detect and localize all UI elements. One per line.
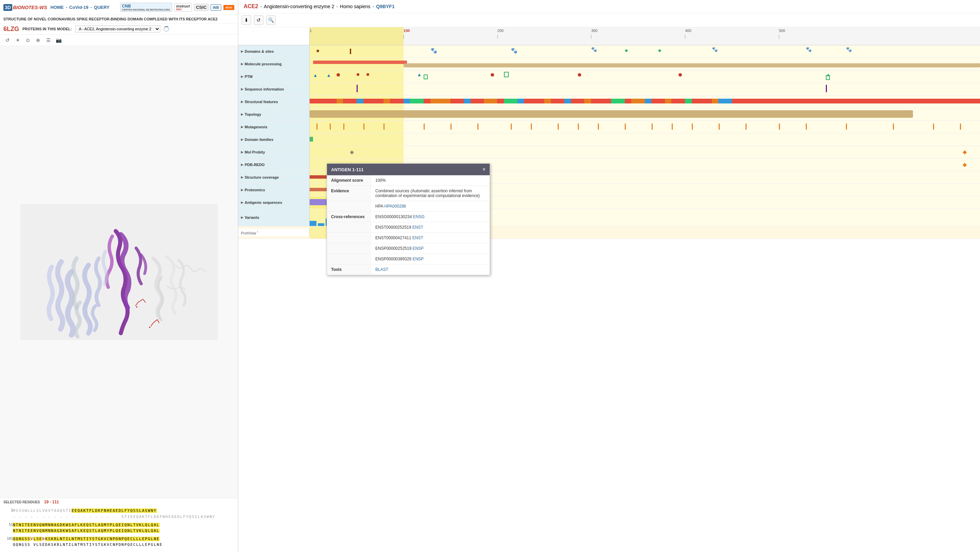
enst1-link[interactable]: ENST [412, 225, 423, 230]
feature-row-seq-info: ▶ Sequence information [238, 83, 980, 95]
domain-icon-4: 🐾 [591, 47, 597, 52]
seq-line-2-bot: NTNITEENVQNMNNAGDKWSAFLKEQSTLAQMYPLQEIQN… [13, 528, 159, 534]
right-panel: ACE2 - Angiotensin-converting enzyme 2 -… [238, 0, 980, 552]
seq-line-1-bot: - - - - - - - - - - - - - - - - - - STIE… [13, 514, 215, 520]
partner-elixir: elixir [223, 5, 234, 10]
logo-3d-text: 3D [3, 4, 12, 11]
popup-label-evidence: Evidence [327, 186, 371, 201]
domain-icon-5: ◆ [625, 48, 628, 53]
popup-row-evidence: Evidence Combined sources (Automatic ass… [327, 186, 490, 201]
reset-button[interactable]: ↺ [3, 36, 11, 44]
popup-row-crossref: Cross-references ENSG00000130234 ENSG [327, 212, 490, 222]
feature-row-topology: ▶ Topology [238, 108, 980, 121]
mol-probity-label[interactable]: ▶ Mol Probity [238, 146, 310, 158]
seq-line-3-bot: QQNGSS VLSEDKSKRLNTILNTMSTIYSTGKVCNPDNPQ… [13, 542, 163, 548]
feature-row-mol-probity: ▶ Mol Probity ◈ ◆ [238, 146, 980, 159]
protein-id: ACE2 [243, 3, 258, 10]
mol-processing-label[interactable]: ▶ Molecule processing [238, 58, 310, 70]
enst2-link[interactable]: ENST [412, 235, 423, 240]
seq-num-1b [3, 514, 13, 519]
spin-button[interactable]: ⊙ [24, 36, 32, 44]
uniprot-link[interactable]: Q9BYF1 [376, 4, 395, 9]
ptm-label[interactable]: ▶ PTM [238, 70, 310, 83]
svg-point-8 [149, 327, 150, 328]
popup-body: Alignment score 100% Evidence Combined s… [327, 175, 490, 275]
pdb-chain-select[interactable]: A - ACE2, Angiotensin-converting enzyme … [75, 25, 160, 33]
download-button[interactable]: ⬇ [242, 15, 251, 25]
seq-num-1: 1 [3, 508, 13, 513]
structural-bar [310, 99, 980, 103]
antigen-popup: ANTIGEN 1-111 × Alignment score 100% Evi… [327, 163, 490, 275]
seq-line-1-top: MSSSWLLLSLVAVTAAQSTIEEQAKTFLDKFNHEAEDLFY… [13, 508, 157, 514]
domain-icon-2: 🐾 [430, 47, 437, 54]
ensp1-link[interactable]: ENSP [412, 246, 424, 251]
partner-instruct: instruct ERIC [174, 3, 192, 11]
nav-home[interactable]: HOME [50, 5, 64, 10]
ensg-link[interactable]: ENSG [413, 215, 425, 219]
ptm-content: ▲ ▲ ▲ ▲ [310, 70, 980, 83]
seq-line-2-top: NTNITEENVQNMNNAGDKWSAFLKEQSTLAQMYPLQEIQN… [13, 522, 159, 528]
partner-csic: CSIC [194, 4, 208, 11]
domain-icon-1: ■ [317, 48, 319, 53]
popup-close-button[interactable]: × [482, 166, 485, 173]
blast-link[interactable]: BLAST [375, 267, 388, 272]
popup-row-ensp2: ENSP00000389326 ENSP [327, 254, 490, 264]
seq-block-1: 1 MSSSWLLLSLVAVTAAQSTIEEQAKTFLDKFNHEAEDL… [3, 508, 234, 520]
domains-label[interactable]: ▶ Domains & sites [238, 45, 310, 57]
mutagenesis-label[interactable]: ▶ Mutagenesis [238, 121, 310, 133]
popup-value-ensg: ENSG00000130234 ENSG [371, 212, 490, 222]
nav-links: HOME - CoVid-19 - QUERY [50, 5, 110, 10]
center-button[interactable]: ⊕ [34, 36, 42, 44]
feature-row-mol-processing: ▶ Molecule processing [238, 58, 980, 70]
topology-label[interactable]: ▶ Topology [238, 108, 310, 121]
residue-start: 19 [44, 500, 49, 504]
nav-sep2: - [91, 5, 92, 10]
popup-label-hpa [327, 201, 371, 212]
pdb-bar: 6LZG PROTEINS IN THIS MODEL: A - ACE2, A… [0, 24, 238, 35]
header-bar: 3D BIONOTES-WS HOME - CoVid-19 - QUERY C… [0, 0, 238, 15]
protein-viewer-area [0, 46, 238, 498]
feature-row-domain-families: ▶ Domain families [238, 134, 980, 146]
structure-coverage-label[interactable]: ▶ Structure coverage [238, 171, 310, 183]
domains-content: ■ 🐾 🐾 🐾 ◆ ◆ 🐾 🐾 🐾 [310, 45, 980, 57]
selected-residues-label: SELECTED RESIDUES [3, 500, 40, 504]
ruler-1: 1 [310, 29, 312, 33]
ruler-label-spacer [238, 27, 310, 45]
domain-families-label[interactable]: ▶ Domain families [238, 134, 310, 146]
antigenic-label[interactable]: ▶ Antigenic sequences [238, 196, 310, 208]
seq-info-label[interactable]: ▶ Sequence information [238, 83, 310, 95]
popup-value-alignment: 100% [371, 175, 490, 186]
svg-point-4 [136, 306, 137, 308]
partner-cnb: CNB CENTRO NACIONAL DE BIOTECNOLOGÍA [120, 3, 172, 12]
ruler-100: 100 [404, 29, 410, 33]
feature-row-mutagenesis: ▶ Mutagenesis [238, 121, 980, 134]
popup-label-crossref: Cross-references [327, 212, 371, 222]
popup-value-hpa: HPA HPA000288 [371, 201, 490, 212]
style-button[interactable]: ☀ [14, 36, 22, 44]
pdb-proteins-label: PROTEINS IN THIS MODEL: [22, 27, 72, 31]
organism-name: Homo sapiens [340, 4, 371, 9]
ruler-area: 100 200 300 400 500 1 [310, 27, 980, 45]
list-button[interactable]: ☰ [44, 36, 52, 44]
ensp2-link[interactable]: ENSP [412, 257, 424, 261]
structural-label[interactable]: ▶ Structural features [238, 95, 310, 108]
ruler-500: 500 [779, 29, 785, 33]
nav-query[interactable]: QUERY [94, 5, 110, 10]
variants-label[interactable]: ▶ Variants [238, 209, 310, 226]
pdb-redo-label[interactable]: ▶ PDB-REDO [238, 159, 310, 171]
popup-row-tools: Tools BLAST [327, 264, 490, 275]
popup-title: ANTIGEN 1-111 [331, 167, 363, 172]
domain-icon-6: ◆ [658, 48, 661, 53]
nav-covid[interactable]: CoVid-19 [69, 5, 89, 10]
screenshot-button[interactable]: 📷 [54, 36, 63, 44]
partner-inb: iNB [211, 5, 221, 11]
seq-block-3: 101 QQNGSSVLSEDKSKRLNTILNTMSTIYSTGKVCNPD… [3, 536, 234, 548]
protein-full-name: Angiotensin-converting enzyme 2 [264, 4, 334, 9]
topology-content [310, 108, 980, 121]
sequence-area: 1 MSSSWLLLSLVAVTAAQSTIEEQAKTFLDKFNHEAEDL… [0, 506, 238, 552]
hpa-link[interactable]: HPA000288 [384, 204, 406, 208]
proteomics-label[interactable]: ▶ Proteomics [238, 184, 310, 196]
reset-zoom-button[interactable]: ↺ [254, 15, 263, 25]
pdb-id: 6LZG [3, 25, 19, 33]
zoom-out-button[interactable]: 🔍 [266, 15, 275, 25]
